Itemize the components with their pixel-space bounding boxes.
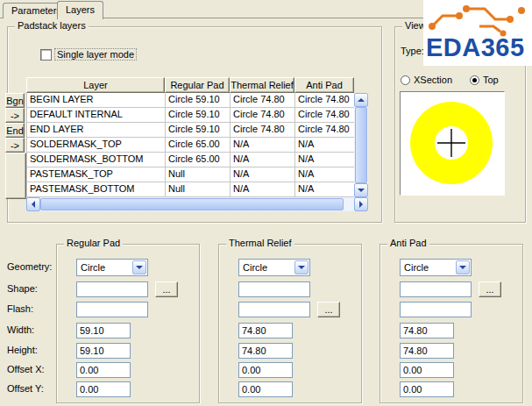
anti-pad-cell[interactable]: N/A bbox=[295, 182, 355, 197]
regular-flash-input[interactable] bbox=[76, 302, 148, 317]
regular-pad-cell[interactable]: Null bbox=[166, 167, 231, 182]
anti-pad-cell[interactable]: N/A bbox=[295, 167, 355, 182]
layers-table-header: Layer Regular Pad Thermal Relief Anti Pa… bbox=[26, 77, 354, 93]
anti-offset-y-input[interactable] bbox=[400, 381, 454, 397]
scroll-down-icon[interactable] bbox=[354, 183, 368, 197]
anti-geometry-value: Circle bbox=[404, 261, 429, 274]
column-header-regular-pad[interactable]: Regular Pad bbox=[165, 77, 230, 93]
layer-cell[interactable]: END LAYER bbox=[27, 123, 166, 138]
regular-geometry-select[interactable]: Circle bbox=[76, 259, 148, 276]
anti-pad-group-title: Anti Pad bbox=[387, 238, 429, 249]
pad-preview bbox=[400, 91, 505, 196]
thermal-relief-cell[interactable]: Circle 74.80 bbox=[231, 108, 295, 123]
thermal-offset-y-input[interactable] bbox=[238, 381, 293, 397]
end-layer-button[interactable]: End bbox=[5, 123, 25, 138]
chevron-down-icon[interactable] bbox=[294, 260, 309, 274]
thermal-offset-x-input[interactable] bbox=[238, 362, 293, 378]
regular-pad-cell[interactable]: Circle 65.00 bbox=[166, 153, 231, 167]
top-radio[interactable]: Top bbox=[470, 75, 499, 85]
scroll-left-icon[interactable] bbox=[26, 197, 40, 211]
horizontal-scroll-thumb[interactable] bbox=[40, 198, 344, 210]
regular-shape-input[interactable] bbox=[76, 281, 148, 297]
regular-pad-cell[interactable]: Circle 59.10 bbox=[166, 108, 231, 123]
anti-flash-input[interactable] bbox=[400, 302, 472, 317]
anti-pad-cell[interactable]: N/A bbox=[295, 138, 355, 153]
regular-offset-y-input[interactable] bbox=[76, 381, 131, 397]
regular-offset-x-input[interactable] bbox=[76, 362, 131, 378]
regular-pad-group: Regular Pad Circle ... bbox=[56, 244, 200, 403]
single-layer-mode-checkbox[interactable] bbox=[40, 49, 52, 61]
anti-width-input[interactable] bbox=[400, 323, 454, 338]
regular-geometry-value: Circle bbox=[81, 261, 105, 274]
anti-height-input[interactable] bbox=[400, 343, 454, 359]
thermal-relief-cell[interactable]: N/A bbox=[231, 153, 295, 167]
chevron-down-icon[interactable] bbox=[132, 260, 146, 274]
xsection-radio[interactable]: XSection bbox=[401, 75, 452, 85]
column-header-layer[interactable]: Layer bbox=[26, 77, 165, 93]
thermal-shape-input[interactable] bbox=[238, 281, 310, 297]
pad-preview-drawing bbox=[401, 92, 504, 195]
table-horizontal-scrollbar[interactable] bbox=[26, 197, 368, 211]
thermal-relief-group-title: Thermal Relief bbox=[226, 238, 294, 249]
thermal-flash-browse-button[interactable]: ... bbox=[317, 302, 340, 317]
anti-pad-cell[interactable]: N/A bbox=[295, 153, 355, 167]
regular-pad-cell[interactable]: Circle 59.10 bbox=[166, 93, 231, 108]
anti-shape-browse-button[interactable]: ... bbox=[479, 281, 501, 297]
thermal-relief-cell[interactable]: N/A bbox=[231, 138, 295, 153]
table-row: PASTEMASK_TOP Null N/A N/A bbox=[26, 167, 355, 182]
thermal-height-input[interactable] bbox=[238, 343, 293, 359]
arrow-down-row-button[interactable]: -> bbox=[5, 108, 25, 123]
regular-height-input[interactable] bbox=[76, 343, 131, 359]
thermal-relief-cell[interactable]: Circle 74.80 bbox=[231, 93, 295, 108]
vertical-scroll-thumb[interactable] bbox=[355, 107, 367, 183]
anti-pad-cell[interactable]: Circle 74.80 bbox=[295, 108, 355, 123]
thermal-relief-cell[interactable]: N/A bbox=[231, 182, 295, 197]
thermal-flash-input[interactable] bbox=[238, 302, 310, 317]
table-row: SOLDERMASK_TOP Circle 65.00 N/A N/A bbox=[26, 138, 355, 153]
table-vertical-scrollbar[interactable] bbox=[354, 93, 368, 197]
layer-cell[interactable]: BEGIN LAYER bbox=[27, 93, 166, 108]
thermal-geometry-select[interactable]: Circle bbox=[238, 259, 310, 276]
table-row: SOLDERMASK_BOTTOM Circle 65.00 N/A N/A bbox=[26, 153, 355, 167]
xsection-radio-label: XSection bbox=[414, 75, 452, 85]
thermal-relief-cell[interactable]: N/A bbox=[231, 167, 295, 182]
layer-cell[interactable]: PASTEMASK_BOTTOM bbox=[27, 182, 166, 197]
anti-offset-x-input[interactable] bbox=[400, 362, 454, 378]
table-row: BEGIN LAYER Circle 59.10 Circle 74.80 Ci… bbox=[26, 93, 355, 108]
anti-pad-cell[interactable]: Circle 74.80 bbox=[295, 123, 355, 138]
arrow-down-row-button-2[interactable]: -> bbox=[5, 138, 25, 153]
anti-shape-input[interactable] bbox=[400, 281, 472, 297]
regular-width-input[interactable] bbox=[76, 323, 131, 338]
table-row: END LAYER Circle 59.10 Circle 74.80 Circ… bbox=[26, 123, 355, 138]
top-radio-label: Top bbox=[483, 75, 499, 85]
anti-pad-cell[interactable]: Circle 74.80 bbox=[295, 93, 355, 108]
thermal-width-input[interactable] bbox=[238, 323, 293, 338]
logo-text: EDA365 bbox=[426, 33, 525, 61]
scroll-up-icon[interactable] bbox=[354, 93, 368, 107]
tab-layers[interactable]: Layers bbox=[57, 1, 103, 19]
geometry-label: Geometry: bbox=[7, 261, 52, 272]
begin-layer-button[interactable]: Bgn bbox=[5, 93, 25, 108]
single-layer-mode-label: Single layer mode bbox=[55, 49, 136, 60]
eda365-logo-svg: EDA365 bbox=[423, 0, 532, 66]
column-header-thermal-relief[interactable]: Thermal Relief bbox=[230, 77, 294, 93]
regular-pad-group-title: Regular Pad bbox=[64, 238, 123, 249]
layer-cell[interactable]: DEFAULT INTERNAL bbox=[27, 108, 166, 123]
offset-y-label: Offset Y: bbox=[7, 383, 44, 394]
xsection-radio-icon[interactable] bbox=[401, 75, 410, 85]
scroll-right-icon[interactable] bbox=[354, 197, 368, 211]
thermal-relief-group: Thermal Relief Circle ... bbox=[218, 244, 362, 403]
regular-shape-browse-button[interactable]: ... bbox=[155, 281, 178, 297]
layer-cell[interactable]: SOLDERMASK_BOTTOM bbox=[27, 153, 166, 167]
layer-cell[interactable]: PASTEMASK_TOP bbox=[27, 167, 166, 182]
anti-geometry-select[interactable]: Circle bbox=[400, 259, 472, 276]
regular-pad-cell[interactable]: Circle 65.00 bbox=[166, 138, 231, 153]
top-radio-icon[interactable] bbox=[470, 75, 479, 85]
column-header-anti-pad[interactable]: Anti Pad bbox=[294, 77, 354, 93]
chevron-down-icon[interactable] bbox=[456, 260, 470, 274]
layer-row-button-spacer bbox=[5, 153, 26, 199]
layer-cell[interactable]: SOLDERMASK_TOP bbox=[27, 138, 166, 153]
regular-pad-cell[interactable]: Null bbox=[166, 182, 231, 197]
regular-pad-cell[interactable]: Circle 59.10 bbox=[166, 123, 231, 138]
thermal-relief-cell[interactable]: Circle 74.80 bbox=[231, 123, 295, 138]
